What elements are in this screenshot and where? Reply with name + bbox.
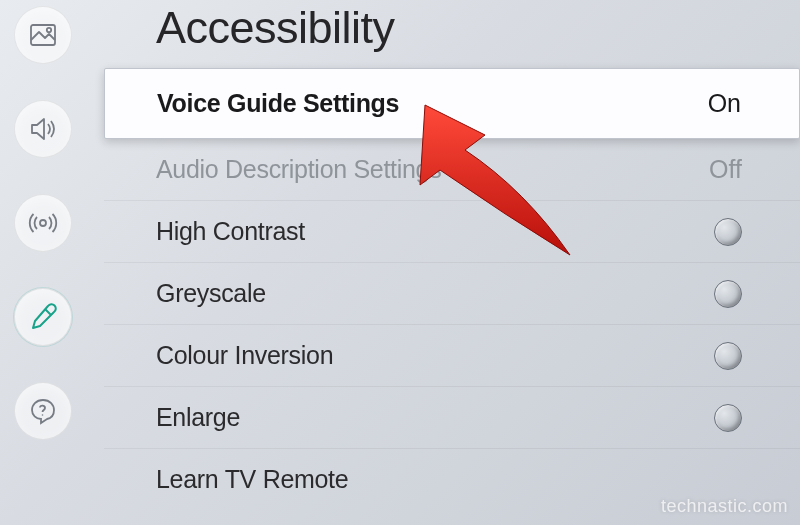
sidebar-item-sound[interactable] xyxy=(14,100,72,158)
svg-point-1 xyxy=(47,28,51,32)
broadcast-icon xyxy=(28,208,58,238)
content-area: Accessibility Voice Guide Settings On Au… xyxy=(104,0,800,525)
row-label: Voice Guide Settings xyxy=(157,89,399,118)
row-value: Off xyxy=(709,155,742,184)
row-audio-description-settings[interactable]: Audio Description Settings Off xyxy=(104,139,800,201)
sidebar-item-broadcast[interactable] xyxy=(14,194,72,252)
picture-icon xyxy=(28,20,58,50)
row-label: Colour Inversion xyxy=(156,341,333,370)
svg-point-3 xyxy=(42,414,44,416)
support-icon xyxy=(28,396,58,426)
toggle-off-icon[interactable] xyxy=(714,280,742,308)
general-icon xyxy=(28,302,58,332)
sidebar-item-support[interactable] xyxy=(14,382,72,440)
row-label: Enlarge xyxy=(156,403,240,432)
row-high-contrast[interactable]: High Contrast xyxy=(104,201,800,263)
svg-point-2 xyxy=(40,220,46,226)
settings-list: Voice Guide Settings On Audio Descriptio… xyxy=(104,68,800,510)
sidebar-item-picture[interactable] xyxy=(14,6,72,64)
row-voice-guide-settings[interactable]: Voice Guide Settings On xyxy=(104,68,800,139)
row-label: Greyscale xyxy=(156,279,266,308)
row-colour-inversion[interactable]: Colour Inversion xyxy=(104,325,800,387)
sound-icon xyxy=(28,114,58,144)
page-title: Accessibility xyxy=(156,0,800,54)
row-label: High Contrast xyxy=(156,217,305,246)
sidebar-item-general[interactable] xyxy=(14,288,72,346)
settings-sidebar xyxy=(0,0,86,525)
toggle-off-icon[interactable] xyxy=(714,218,742,246)
row-value: On xyxy=(708,89,741,118)
row-enlarge[interactable]: Enlarge xyxy=(104,387,800,449)
row-learn-tv-remote[interactable]: Learn TV Remote xyxy=(104,449,800,510)
row-label: Audio Description Settings xyxy=(156,155,441,184)
toggle-off-icon[interactable] xyxy=(714,342,742,370)
row-label: Learn TV Remote xyxy=(156,465,348,494)
row-greyscale[interactable]: Greyscale xyxy=(104,263,800,325)
toggle-off-icon[interactable] xyxy=(714,404,742,432)
